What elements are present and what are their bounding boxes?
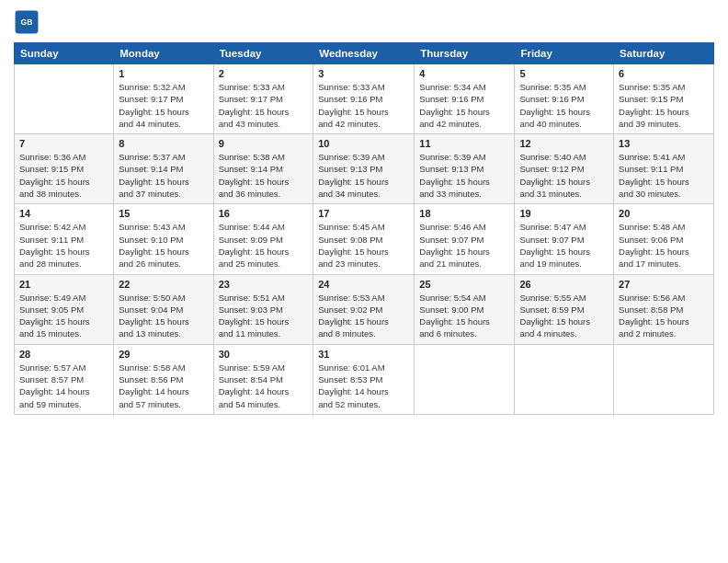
day-info: Sunrise: 5:54 AMSunset: 9:00 PMDaylight:… [419, 292, 509, 340]
calendar-cell: 22Sunrise: 5:50 AMSunset: 9:04 PMDayligh… [114, 274, 213, 344]
day-number: 22 [119, 279, 208, 290]
column-header-friday: Friday [515, 43, 614, 64]
day-number: 5 [519, 68, 609, 79]
calendar-cell: 20Sunrise: 5:48 AMSunset: 9:06 PMDayligh… [614, 204, 714, 274]
calendar-week-3: 14Sunrise: 5:42 AMSunset: 9:11 PMDayligh… [15, 204, 714, 274]
day-info: Sunrise: 5:40 AMSunset: 9:12 PMDaylight:… [519, 151, 609, 200]
day-info: Sunrise: 5:35 AMSunset: 9:16 PMDaylight:… [519, 81, 609, 130]
day-number: 12 [519, 138, 609, 149]
calendar-cell: 7Sunrise: 5:36 AMSunset: 9:15 PMDaylight… [15, 134, 114, 204]
calendar-body: 1Sunrise: 5:32 AMSunset: 9:17 PMDaylight… [15, 64, 714, 415]
day-info: Sunrise: 5:38 AMSunset: 9:14 PMDaylight:… [219, 151, 309, 200]
logo-icon: GB [14, 9, 40, 35]
day-number: 10 [318, 138, 409, 149]
day-info: Sunrise: 5:33 AMSunset: 9:17 PMDaylight:… [219, 81, 309, 130]
calendar-cell: 6Sunrise: 5:35 AMSunset: 9:15 PMDaylight… [614, 64, 714, 134]
calendar-cell: 10Sunrise: 5:39 AMSunset: 9:13 PMDayligh… [313, 134, 415, 204]
calendar-cell [614, 344, 714, 414]
day-info: Sunrise: 5:59 AMSunset: 8:54 PMDaylight:… [219, 362, 309, 410]
day-info: Sunrise: 5:43 AMSunset: 9:10 PMDaylight:… [119, 221, 208, 270]
day-info: Sunrise: 5:49 AMSunset: 9:05 PMDaylight:… [19, 292, 108, 340]
calendar-week-1: 1Sunrise: 5:32 AMSunset: 9:17 PMDaylight… [15, 64, 714, 134]
calendar-page: GB SundayMondayTuesdayWednesdayThursdayF… [0, 0, 728, 563]
day-info: Sunrise: 5:56 AMSunset: 8:58 PMDaylight:… [619, 292, 709, 340]
day-number: 21 [19, 279, 108, 290]
day-number: 4 [419, 68, 509, 79]
day-info: Sunrise: 5:48 AMSunset: 9:06 PMDaylight:… [619, 221, 709, 270]
calendar-table: SundayMondayTuesdayWednesdayThursdayFrid… [14, 42, 714, 415]
day-number: 2 [219, 68, 309, 79]
day-info: Sunrise: 5:45 AMSunset: 9:08 PMDaylight:… [318, 221, 409, 270]
calendar-cell: 3Sunrise: 5:33 AMSunset: 9:16 PMDaylight… [313, 64, 415, 134]
calendar-cell: 24Sunrise: 5:53 AMSunset: 9:02 PMDayligh… [313, 274, 415, 344]
calendar-week-4: 21Sunrise: 5:49 AMSunset: 9:05 PMDayligh… [15, 274, 714, 344]
day-info: Sunrise: 5:39 AMSunset: 9:13 PMDaylight:… [318, 151, 409, 200]
column-header-monday: Monday [114, 43, 213, 64]
day-info: Sunrise: 5:57 AMSunset: 8:57 PMDaylight:… [19, 362, 108, 410]
calendar-cell: 25Sunrise: 5:54 AMSunset: 9:00 PMDayligh… [415, 274, 515, 344]
day-info: Sunrise: 5:33 AMSunset: 9:16 PMDaylight:… [318, 81, 409, 130]
day-info: Sunrise: 6:01 AMSunset: 8:53 PMDaylight:… [318, 362, 409, 410]
column-header-thursday: Thursday [415, 43, 515, 64]
day-info: Sunrise: 5:46 AMSunset: 9:07 PMDaylight:… [419, 221, 509, 270]
column-header-sunday: Sunday [15, 43, 114, 64]
calendar-cell: 19Sunrise: 5:47 AMSunset: 9:07 PMDayligh… [515, 204, 614, 274]
logo: GB [14, 9, 43, 35]
day-number: 1 [119, 68, 208, 79]
calendar-cell: 14Sunrise: 5:42 AMSunset: 9:11 PMDayligh… [15, 204, 114, 274]
calendar-cell: 27Sunrise: 5:56 AMSunset: 8:58 PMDayligh… [614, 274, 714, 344]
day-number: 15 [119, 208, 208, 219]
day-number: 28 [19, 349, 108, 360]
header-row: SundayMondayTuesdayWednesdayThursdayFrid… [15, 43, 714, 64]
column-header-wednesday: Wednesday [313, 43, 415, 64]
day-info: Sunrise: 5:34 AMSunset: 9:16 PMDaylight:… [419, 81, 509, 130]
calendar-week-2: 7Sunrise: 5:36 AMSunset: 9:15 PMDaylight… [15, 134, 714, 204]
calendar-cell: 28Sunrise: 5:57 AMSunset: 8:57 PMDayligh… [15, 344, 114, 414]
calendar-cell: 18Sunrise: 5:46 AMSunset: 9:07 PMDayligh… [415, 204, 515, 274]
calendar-cell: 23Sunrise: 5:51 AMSunset: 9:03 PMDayligh… [213, 274, 313, 344]
day-info: Sunrise: 5:36 AMSunset: 9:15 PMDaylight:… [19, 151, 108, 200]
day-info: Sunrise: 5:58 AMSunset: 8:56 PMDaylight:… [119, 362, 208, 410]
calendar-cell: 13Sunrise: 5:41 AMSunset: 9:11 PMDayligh… [614, 134, 714, 204]
calendar-cell: 11Sunrise: 5:39 AMSunset: 9:13 PMDayligh… [415, 134, 515, 204]
day-number: 17 [318, 208, 409, 219]
day-number: 11 [419, 138, 509, 149]
calendar-cell: 1Sunrise: 5:32 AMSunset: 9:17 PMDaylight… [114, 64, 213, 134]
day-number: 3 [318, 68, 409, 79]
calendar-cell: 17Sunrise: 5:45 AMSunset: 9:08 PMDayligh… [313, 204, 415, 274]
day-info: Sunrise: 5:51 AMSunset: 9:03 PMDaylight:… [219, 292, 309, 340]
day-info: Sunrise: 5:41 AMSunset: 9:11 PMDaylight:… [619, 151, 709, 200]
calendar-cell: 26Sunrise: 5:55 AMSunset: 8:59 PMDayligh… [515, 274, 614, 344]
day-number: 25 [419, 279, 509, 290]
day-number: 30 [219, 349, 309, 360]
day-info: Sunrise: 5:47 AMSunset: 9:07 PMDaylight:… [519, 221, 609, 270]
calendar-cell: 29Sunrise: 5:58 AMSunset: 8:56 PMDayligh… [114, 344, 213, 414]
day-number: 23 [219, 279, 309, 290]
day-number: 8 [119, 138, 208, 149]
calendar-week-5: 28Sunrise: 5:57 AMSunset: 8:57 PMDayligh… [15, 344, 714, 414]
day-number: 20 [619, 208, 709, 219]
day-info: Sunrise: 5:50 AMSunset: 9:04 PMDaylight:… [119, 292, 208, 340]
calendar-cell: 15Sunrise: 5:43 AMSunset: 9:10 PMDayligh… [114, 204, 213, 274]
day-info: Sunrise: 5:53 AMSunset: 9:02 PMDaylight:… [318, 292, 409, 340]
page-header: GB [14, 9, 714, 35]
day-info: Sunrise: 5:39 AMSunset: 9:13 PMDaylight:… [419, 151, 509, 200]
calendar-cell: 4Sunrise: 5:34 AMSunset: 9:16 PMDaylight… [415, 64, 515, 134]
calendar-header: SundayMondayTuesdayWednesdayThursdayFrid… [15, 43, 714, 64]
calendar-cell [15, 64, 114, 134]
day-number: 19 [519, 208, 609, 219]
day-number: 24 [318, 279, 409, 290]
svg-text:GB: GB [21, 17, 33, 27]
day-info: Sunrise: 5:35 AMSunset: 9:15 PMDaylight:… [619, 81, 709, 130]
day-number: 6 [619, 68, 709, 79]
day-info: Sunrise: 5:44 AMSunset: 9:09 PMDaylight:… [219, 221, 309, 270]
day-number: 26 [519, 279, 609, 290]
calendar-cell: 21Sunrise: 5:49 AMSunset: 9:05 PMDayligh… [15, 274, 114, 344]
calendar-cell [415, 344, 515, 414]
day-number: 31 [318, 349, 409, 360]
calendar-cell: 8Sunrise: 5:37 AMSunset: 9:14 PMDaylight… [114, 134, 213, 204]
day-info: Sunrise: 5:42 AMSunset: 9:11 PMDaylight:… [19, 221, 108, 270]
day-number: 18 [419, 208, 509, 219]
column-header-tuesday: Tuesday [213, 43, 313, 64]
day-number: 16 [219, 208, 309, 219]
